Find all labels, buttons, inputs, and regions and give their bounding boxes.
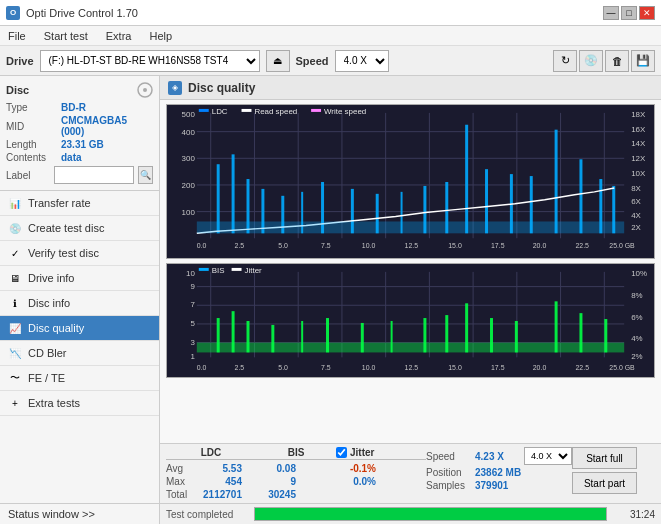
svg-text:BIS: BIS — [212, 266, 225, 275]
menu-help[interactable]: Help — [145, 29, 176, 43]
svg-text:22.5: 22.5 — [575, 364, 589, 371]
disc-label-input[interactable] — [54, 166, 134, 184]
stats-bis-col: BIS 0.08 9 30245 — [256, 447, 336, 500]
svg-text:8X: 8X — [631, 184, 641, 193]
speed-pos-area: Speed 4.23 X 4.0 X Position 23862 MB Sam… — [426, 447, 572, 491]
nav-item-drive-info[interactable]: 🖥 Drive info — [0, 266, 159, 291]
close-button[interactable]: ✕ — [639, 6, 655, 20]
verify-test-disc-icon: ✓ — [8, 246, 22, 260]
ldc-avg-value: 5.53 — [202, 463, 242, 474]
svg-text:10.0: 10.0 — [362, 364, 376, 371]
nav-item-disc-quality[interactable]: 📈 Disc quality — [0, 316, 159, 341]
disc-contents-row: Contents data — [6, 152, 153, 163]
bis-header: BIS — [256, 447, 336, 460]
jitter-checkbox[interactable] — [336, 447, 347, 458]
ldc-max-value: 454 — [202, 476, 242, 487]
nav-item-create-test-disc[interactable]: 💿 Create test disc — [0, 216, 159, 241]
ldc-total-value: 2112701 — [202, 489, 242, 500]
minimize-button[interactable]: — — [603, 6, 619, 20]
toolbar-erase-button[interactable]: 🗑 — [605, 50, 629, 72]
svg-text:9: 9 — [190, 282, 195, 291]
drive-info-icon: 🖥 — [8, 271, 22, 285]
jitter-avg-value: -0.1% — [336, 463, 376, 474]
chart-bottom-svg: 10 9 7 5 3 1 10% 8% 6% 4% 2% 0.0 2.5 5.0 — [167, 264, 654, 377]
disc-panel-header: Disc — [6, 82, 153, 98]
menu-file[interactable]: File — [4, 29, 30, 43]
svg-text:10.0: 10.0 — [362, 242, 376, 249]
nav-label-transfer-rate: Transfer rate — [28, 197, 91, 209]
disc-length-label: Length — [6, 139, 61, 150]
content-header-icon: ◈ — [168, 81, 182, 95]
toolbar-refresh-button[interactable]: ↻ — [553, 50, 577, 72]
svg-text:10: 10 — [186, 269, 195, 278]
window-controls[interactable]: — □ ✕ — [603, 6, 655, 20]
btn-area: Start full Start part — [572, 447, 637, 494]
statusbar-item[interactable]: Status window >> — [8, 508, 151, 520]
svg-text:3: 3 — [190, 338, 195, 347]
avg-label: Avg — [166, 463, 198, 474]
nav-label-disc-quality: Disc quality — [28, 322, 84, 334]
toolbar-disc-button[interactable]: 💿 — [579, 50, 603, 72]
menu-start-test[interactable]: Start test — [40, 29, 92, 43]
svg-text:100: 100 — [182, 208, 196, 217]
main-area: Disc Type BD-R MID CMCMAGBA5 (000) Lengt… — [0, 76, 661, 524]
svg-text:6%: 6% — [631, 313, 642, 322]
nav-item-transfer-rate[interactable]: 📊 Transfer rate — [0, 191, 159, 216]
menu-extra[interactable]: Extra — [102, 29, 136, 43]
svg-text:6X: 6X — [631, 197, 641, 206]
statusbar[interactable]: Status window >> — [0, 503, 159, 524]
svg-text:18X: 18X — [631, 110, 646, 119]
svg-rect-46 — [311, 109, 321, 112]
progress-bar-area: Test completed 31:24 — [160, 503, 661, 524]
speed-select[interactable]: 4.0 X — [335, 50, 389, 72]
svg-text:5.0: 5.0 — [278, 364, 288, 371]
jitter-label: Jitter — [350, 447, 374, 458]
disc-type-label: Type — [6, 102, 61, 113]
content-title: Disc quality — [188, 81, 255, 95]
disc-mid-value: CMCMAGBA5 (000) — [61, 115, 153, 137]
svg-point-1 — [143, 88, 147, 92]
progress-bar-outer — [254, 507, 607, 521]
charts-area: 500 400 300 200 100 18X 16X 14X 12X 10X … — [160, 100, 661, 443]
svg-text:8%: 8% — [631, 291, 642, 300]
statusbar-label: Status window >> — [8, 508, 95, 520]
svg-text:LDC: LDC — [212, 107, 228, 116]
nav-item-disc-info[interactable]: ℹ Disc info — [0, 291, 159, 316]
disc-mid-label: MID — [6, 121, 61, 132]
drive-select[interactable]: (F:) HL-DT-ST BD-RE WH16NS58 TST4 — [40, 50, 260, 72]
speed-select-stats[interactable]: 4.0 X — [524, 447, 572, 465]
eject-button[interactable]: ⏏ — [266, 50, 290, 72]
nav-item-verify-test-disc[interactable]: ✓ Verify test disc — [0, 241, 159, 266]
ldc-total-row: Total 2112701 — [166, 489, 256, 500]
samples-value: 379901 — [475, 480, 520, 491]
disc-type-row: Type BD-R — [6, 102, 153, 113]
maximize-button[interactable]: □ — [621, 6, 637, 20]
disc-mid-row: MID CMCMAGBA5 (000) — [6, 115, 153, 137]
svg-text:1: 1 — [190, 352, 194, 361]
nav-item-fe-te[interactable]: 〜 FE / TE — [0, 366, 159, 391]
svg-text:17.5: 17.5 — [491, 364, 505, 371]
create-test-disc-icon: 💿 — [8, 221, 22, 235]
jitter-header: Jitter — [336, 447, 426, 460]
svg-text:12.5: 12.5 — [405, 242, 419, 249]
svg-text:22.5: 22.5 — [575, 242, 589, 249]
samples-label: Samples — [426, 480, 471, 491]
nav-label-verify-test-disc: Verify test disc — [28, 247, 99, 259]
cd-bler-icon: 📉 — [8, 346, 22, 360]
nav-item-cd-bler[interactable]: 📉 CD Bler — [0, 341, 159, 366]
nav-label-cd-bler: CD Bler — [28, 347, 67, 359]
toolbar-save-button[interactable]: 💾 — [631, 50, 655, 72]
svg-rect-108 — [232, 268, 242, 271]
nav-item-extra-tests[interactable]: + Extra tests — [0, 391, 159, 416]
ldc-max-row: Max 454 — [166, 476, 256, 487]
disc-label-button[interactable]: 🔍 — [138, 166, 153, 184]
start-part-button[interactable]: Start part — [572, 472, 637, 494]
svg-text:4X: 4X — [631, 211, 641, 220]
svg-text:7.5: 7.5 — [321, 364, 331, 371]
start-full-button[interactable]: Start full — [572, 447, 637, 469]
svg-rect-126 — [197, 343, 624, 353]
menubar: File Start test Extra Help — [0, 26, 661, 46]
svg-text:7: 7 — [190, 300, 194, 309]
progress-status: Test completed — [166, 509, 246, 520]
nav-label-create-test-disc: Create test disc — [28, 222, 104, 234]
